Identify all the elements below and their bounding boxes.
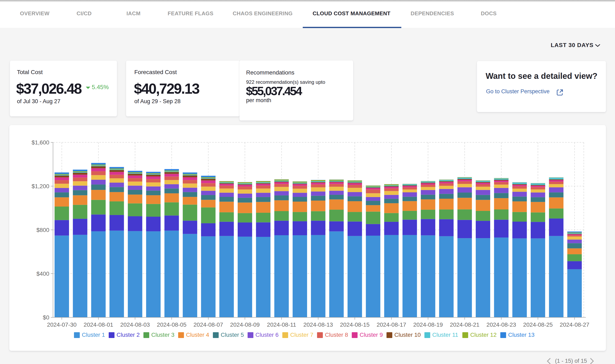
svg-text:Cluster 5: Cluster 5 — [221, 332, 244, 338]
svg-text:2024-08-19: 2024-08-19 — [413, 322, 443, 328]
svg-text:2024-08-03: 2024-08-03 — [120, 322, 150, 328]
svg-text:$1,600: $1,600 — [32, 139, 49, 146]
svg-text:Cluster 7: Cluster 7 — [290, 332, 313, 338]
svg-text:2024-08-15: 2024-08-15 — [340, 322, 369, 328]
svg-text:Cluster 12: Cluster 12 — [470, 332, 497, 338]
svg-text:Cluster 6: Cluster 6 — [255, 332, 279, 338]
svg-text:Cluster 1: Cluster 1 — [82, 332, 105, 338]
svg-text:2024-08-11: 2024-08-11 — [267, 322, 296, 328]
svg-text:$800: $800 — [36, 227, 49, 233]
svg-text:2024-08-01: 2024-08-01 — [84, 322, 113, 328]
svg-text:2024-08-27: 2024-08-27 — [560, 322, 589, 328]
svg-text:2024-08-05: 2024-08-05 — [157, 322, 186, 328]
svg-text:Cluster 10: Cluster 10 — [394, 332, 421, 338]
svg-text:2024-08-25: 2024-08-25 — [523, 322, 553, 328]
svg-text:2024-08-09: 2024-08-09 — [230, 322, 260, 328]
svg-text:Cluster 2: Cluster 2 — [117, 332, 140, 338]
svg-text:Cluster 11: Cluster 11 — [432, 332, 458, 338]
svg-text:2024-08-13: 2024-08-13 — [303, 322, 333, 328]
svg-text:Cluster 4: Cluster 4 — [186, 332, 209, 338]
svg-text:2024-08-07: 2024-08-07 — [194, 322, 223, 328]
svg-text:2024-07-30: 2024-07-30 — [47, 322, 76, 328]
svg-text:Cluster 13: Cluster 13 — [508, 332, 535, 338]
svg-text:2024-08-23: 2024-08-23 — [487, 322, 516, 328]
svg-text:2024-08-21: 2024-08-21 — [450, 322, 479, 328]
svg-text:Cluster 3: Cluster 3 — [151, 332, 174, 338]
svg-text:Cluster 9: Cluster 9 — [360, 332, 383, 338]
svg-text:$0: $0 — [43, 314, 49, 321]
svg-text:Cluster 8: Cluster 8 — [325, 332, 348, 338]
svg-text:$400: $400 — [36, 271, 49, 277]
svg-text:$1,200: $1,200 — [32, 183, 49, 189]
svg-text:2024-08-17: 2024-08-17 — [377, 322, 406, 328]
